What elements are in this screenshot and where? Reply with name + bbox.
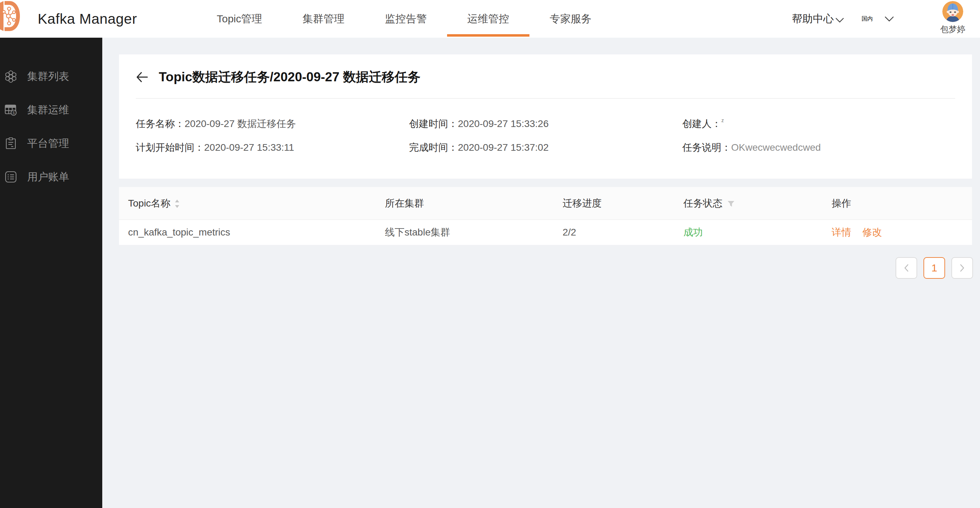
sidebar-item-platform-management[interactable]: 平台管理 [0,127,102,160]
table-header: Topic名称 所在集群 迁移进度 任务状态 操作 [119,187,972,220]
prev-page-button[interactable] [896,257,917,279]
app-header: Kafka Manager Topic管理 集群管理 监控告警 运维管控 专家服… [0,0,980,38]
cell-topic-name: cn_kafka_topic_metrics [119,220,376,244]
header-right: 帮助中心 国内 [792,0,980,38]
table-row: cn_kafka_topic_metrics 线下stable集群 2/2 成功… [119,220,972,244]
chevron-down-icon [885,16,894,23]
divider [136,98,955,99]
sidebar-item-label: 用户账单 [27,170,69,184]
help-center-label: 帮助中心 [792,12,834,26]
svg-text:$: $ [13,111,15,115]
task-detail-card: Topic数据迁移任务/2020-09-27 数据迁移任务 任务名称： 2020… [119,54,972,179]
region-label: 国内 [862,15,873,23]
field-creator: 创建人： z [682,112,955,136]
top-nav: Topic管理 集群管理 监控告警 运维管控 专家服务 [196,0,612,38]
back-arrow-icon[interactable] [136,71,150,83]
sidebar-item-label: 平台管理 [27,137,69,151]
user-name: 包梦婷 [940,24,965,35]
page-title: Topic数据迁移任务/2020-09-27 数据迁移任务 [159,68,420,86]
sidebar-item-cluster-list[interactable]: 集群列表 [0,60,102,93]
modify-link[interactable]: 修改 [862,226,882,239]
kafka-manager-logo-icon [0,1,20,33]
sidebar-item-label: 集群运维 [27,103,69,117]
field-create-time: 创建时间： 2020-09-27 15:33:26 [409,112,682,136]
cell-cluster: 线下stable集群 [376,220,554,244]
main-content: Topic数据迁移任务/2020-09-27 数据迁移任务 任务名称： 2020… [102,38,980,508]
column-progress: 迁移进度 [554,187,674,219]
column-cluster: 所在集群 [376,187,554,219]
field-task-description: 任务说明： OKwecwecwedcwed [682,136,955,159]
sidebar-item-user-bill[interactable]: 用户账单 [0,160,102,194]
region-dropdown[interactable]: 国内 [862,14,894,23]
nav-cluster-management[interactable]: 集群管理 [282,0,365,38]
bill-list-icon [4,171,18,183]
field-finish-time: 完成时间： 2020-09-27 15:37:02 [409,136,682,159]
field-planned-start-time: 计划开始时间： 2020-09-27 15:33:11 [136,136,409,159]
filter-funnel-icon[interactable] [727,201,735,208]
cell-status: 成功 [674,220,822,244]
next-page-button[interactable] [951,257,973,279]
user-menu[interactable]: 包梦婷 [935,0,970,35]
cell-progress: 2/2 [554,220,674,244]
pagination: 1 [889,257,973,279]
nav-ops-control[interactable]: 运维管控 [447,0,530,38]
app-title: Kafka Manager [38,0,137,38]
nav-topic-management[interactable]: Topic管理 [196,0,282,38]
help-center-dropdown[interactable]: 帮助中心 [792,12,844,26]
sidebar-item-label: 集群列表 [27,70,69,84]
column-task-status: 任务状态 [674,187,822,219]
nav-monitor-alert[interactable]: 监控告警 [365,0,447,38]
chevron-down-icon [835,14,844,25]
page-1-button[interactable]: 1 [923,257,945,279]
sidebar: 集群列表 $ 集群运维 平台管理 [0,38,102,508]
column-topic-name: Topic名称 [119,187,376,219]
status-badge: 成功 [683,226,703,239]
clipboard-icon [4,137,18,150]
table-coin-icon: $ [4,104,18,116]
task-fields: 任务名称： 2020-09-27 数据迁移任务 创建时间： 2020-09-27… [136,112,955,159]
field-task-name: 任务名称： 2020-09-27 数据迁移任务 [136,112,409,136]
honeycomb-cluster-icon [4,70,18,83]
detail-link[interactable]: 详情 [832,226,851,239]
migration-table: Topic名称 所在集群 迁移进度 任务状态 操作 [119,187,972,245]
sort-carets-icon[interactable] [175,199,180,208]
nav-expert-service[interactable]: 专家服务 [530,0,612,38]
page-title-row: Topic数据迁移任务/2020-09-27 数据迁移任务 [136,68,955,87]
avatar [942,1,963,22]
sidebar-item-cluster-ops[interactable]: $ 集群运维 [0,93,102,127]
column-actions: 操作 [822,187,972,219]
cell-actions: 详情 修改 [822,220,972,244]
